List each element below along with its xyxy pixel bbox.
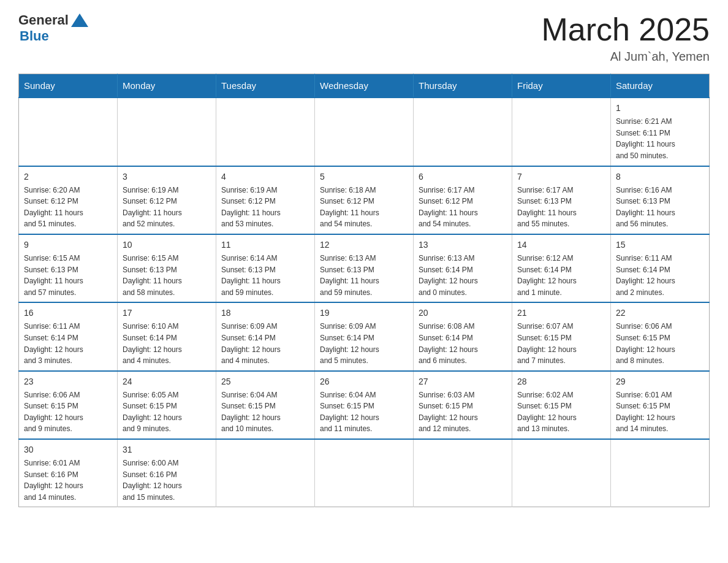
calendar-cell: 1Sunrise: 6:21 AM Sunset: 6:11 PM Daylig…	[611, 98, 710, 166]
logo-triangle-icon	[71, 13, 88, 27]
calendar-week-4: 16Sunrise: 6:11 AM Sunset: 6:14 PM Dayli…	[19, 302, 710, 370]
day-info: Sunrise: 6:19 AM Sunset: 6:12 PM Dayligh…	[221, 185, 309, 230]
day-info: Sunrise: 6:05 AM Sunset: 6:15 PM Dayligh…	[123, 389, 211, 435]
day-number: 17	[123, 307, 211, 320]
calendar-cell: 27Sunrise: 6:03 AM Sunset: 6:15 PM Dayli…	[414, 371, 512, 439]
day-number: 2	[24, 170, 112, 183]
calendar-cell: 4Sunrise: 6:19 AM Sunset: 6:12 PM Daylig…	[216, 166, 315, 234]
day-number: 10	[123, 239, 211, 251]
day-info: Sunrise: 6:06 AM Sunset: 6:15 PM Dayligh…	[24, 389, 112, 435]
logo: General Blue	[18, 12, 88, 44]
calendar-cell	[315, 98, 414, 166]
day-info: Sunrise: 6:14 AM Sunset: 6:13 PM Dayligh…	[221, 253, 309, 298]
day-info: Sunrise: 6:21 AM Sunset: 6:11 PM Dayligh…	[616, 116, 704, 161]
calendar-cell	[414, 98, 512, 166]
calendar-cell: 15Sunrise: 6:11 AM Sunset: 6:14 PM Dayli…	[611, 234, 710, 302]
day-info: Sunrise: 6:11 AM Sunset: 6:14 PM Dayligh…	[616, 253, 704, 298]
calendar-cell: 22Sunrise: 6:06 AM Sunset: 6:15 PM Dayli…	[611, 302, 710, 370]
calendar-cell	[512, 98, 611, 166]
calendar-cell	[512, 439, 611, 507]
calendar-cell: 12Sunrise: 6:13 AM Sunset: 6:13 PM Dayli…	[315, 234, 414, 302]
title-section: March 2025 Al Jum`ah, Yemen	[541, 12, 710, 64]
day-number: 6	[419, 170, 507, 183]
calendar-cell: 24Sunrise: 6:05 AM Sunset: 6:15 PM Dayli…	[118, 371, 216, 439]
calendar-cell: 23Sunrise: 6:06 AM Sunset: 6:15 PM Dayli…	[19, 371, 118, 439]
day-info: Sunrise: 6:19 AM Sunset: 6:12 PM Dayligh…	[123, 185, 211, 230]
day-info: Sunrise: 6:04 AM Sunset: 6:15 PM Dayligh…	[320, 389, 408, 435]
day-number: 20	[419, 307, 507, 320]
day-number: 15	[616, 239, 704, 251]
logo-general-text: General	[18, 12, 69, 28]
day-info: Sunrise: 6:09 AM Sunset: 6:14 PM Dayligh…	[221, 321, 309, 366]
day-number: 5	[320, 170, 408, 183]
calendar-cell: 5Sunrise: 6:18 AM Sunset: 6:12 PM Daylig…	[315, 166, 414, 234]
day-info: Sunrise: 6:07 AM Sunset: 6:15 PM Dayligh…	[517, 321, 605, 366]
day-number: 14	[517, 239, 605, 251]
calendar-cell	[118, 98, 216, 166]
day-number: 25	[221, 375, 309, 388]
calendar-week-2: 2Sunrise: 6:20 AM Sunset: 6:12 PM Daylig…	[19, 166, 710, 234]
day-number: 29	[616, 375, 704, 388]
day-number: 12	[320, 239, 408, 251]
calendar-cell: 26Sunrise: 6:04 AM Sunset: 6:15 PM Dayli…	[315, 371, 414, 439]
day-info: Sunrise: 6:08 AM Sunset: 6:14 PM Dayligh…	[419, 321, 507, 366]
day-number: 1	[616, 102, 704, 115]
page-header: General Blue March 2025 Al Jum`ah, Yemen	[18, 12, 710, 64]
calendar-cell: 25Sunrise: 6:04 AM Sunset: 6:15 PM Dayli…	[216, 371, 315, 439]
calendar-cell	[19, 98, 118, 166]
calendar-cell: 17Sunrise: 6:10 AM Sunset: 6:14 PM Dayli…	[118, 302, 216, 370]
day-header-thursday: Thursday	[414, 74, 512, 98]
day-header-saturday: Saturday	[611, 74, 710, 98]
calendar-cell: 10Sunrise: 6:15 AM Sunset: 6:13 PM Dayli…	[118, 234, 216, 302]
calendar-cell: 16Sunrise: 6:11 AM Sunset: 6:14 PM Dayli…	[19, 302, 118, 370]
calendar-cell: 18Sunrise: 6:09 AM Sunset: 6:14 PM Dayli…	[216, 302, 315, 370]
calendar-title: March 2025	[541, 12, 710, 47]
day-number: 11	[221, 239, 309, 251]
day-number: 3	[123, 170, 211, 183]
calendar-cell: 9Sunrise: 6:15 AM Sunset: 6:13 PM Daylig…	[19, 234, 118, 302]
day-number: 4	[221, 170, 309, 183]
day-header-tuesday: Tuesday	[216, 74, 315, 98]
day-info: Sunrise: 6:00 AM Sunset: 6:16 PM Dayligh…	[123, 458, 211, 503]
day-header-sunday: Sunday	[19, 74, 118, 98]
day-number: 19	[320, 307, 408, 320]
calendar-week-6: 30Sunrise: 6:01 AM Sunset: 6:16 PM Dayli…	[19, 439, 710, 507]
day-number: 26	[320, 375, 408, 388]
day-header-wednesday: Wednesday	[315, 74, 414, 98]
calendar-cell: 21Sunrise: 6:07 AM Sunset: 6:15 PM Dayli…	[512, 302, 611, 370]
calendar-subtitle: Al Jum`ah, Yemen	[541, 50, 710, 64]
day-number: 16	[24, 307, 112, 320]
day-number: 24	[123, 375, 211, 388]
calendar-cell: 8Sunrise: 6:16 AM Sunset: 6:13 PM Daylig…	[611, 166, 710, 234]
day-number: 18	[221, 307, 309, 320]
day-info: Sunrise: 6:15 AM Sunset: 6:13 PM Dayligh…	[123, 253, 211, 298]
day-info: Sunrise: 6:17 AM Sunset: 6:12 PM Dayligh…	[419, 185, 507, 230]
day-info: Sunrise: 6:10 AM Sunset: 6:14 PM Dayligh…	[123, 321, 211, 366]
day-info: Sunrise: 6:13 AM Sunset: 6:14 PM Dayligh…	[419, 253, 507, 298]
day-number: 27	[419, 375, 507, 388]
day-info: Sunrise: 6:13 AM Sunset: 6:13 PM Dayligh…	[320, 253, 408, 298]
day-header-friday: Friday	[512, 74, 611, 98]
calendar-cell: 28Sunrise: 6:02 AM Sunset: 6:15 PM Dayli…	[512, 371, 611, 439]
day-info: Sunrise: 6:01 AM Sunset: 6:16 PM Dayligh…	[24, 458, 112, 503]
calendar-table: SundayMondayTuesdayWednesdayThursdayFrid…	[18, 74, 710, 507]
day-info: Sunrise: 6:11 AM Sunset: 6:14 PM Dayligh…	[24, 321, 112, 366]
day-info: Sunrise: 6:16 AM Sunset: 6:13 PM Dayligh…	[616, 185, 704, 230]
calendar-cell: 14Sunrise: 6:12 AM Sunset: 6:14 PM Dayli…	[512, 234, 611, 302]
calendar-cell: 20Sunrise: 6:08 AM Sunset: 6:14 PM Dayli…	[414, 302, 512, 370]
day-number: 23	[24, 375, 112, 388]
day-info: Sunrise: 6:18 AM Sunset: 6:12 PM Dayligh…	[320, 185, 408, 230]
day-number: 8	[616, 170, 704, 183]
day-number: 21	[517, 307, 605, 320]
calendar-week-1: 1Sunrise: 6:21 AM Sunset: 6:11 PM Daylig…	[19, 98, 710, 166]
calendar-cell: 13Sunrise: 6:13 AM Sunset: 6:14 PM Dayli…	[414, 234, 512, 302]
calendar-week-3: 9Sunrise: 6:15 AM Sunset: 6:13 PM Daylig…	[19, 234, 710, 302]
calendar-cell	[216, 98, 315, 166]
day-info: Sunrise: 6:20 AM Sunset: 6:12 PM Dayligh…	[24, 185, 112, 230]
day-info: Sunrise: 6:01 AM Sunset: 6:15 PM Dayligh…	[616, 389, 704, 435]
calendar-cell: 7Sunrise: 6:17 AM Sunset: 6:13 PM Daylig…	[512, 166, 611, 234]
day-number: 9	[24, 239, 112, 251]
calendar-cell: 2Sunrise: 6:20 AM Sunset: 6:12 PM Daylig…	[19, 166, 118, 234]
day-info: Sunrise: 6:04 AM Sunset: 6:15 PM Dayligh…	[221, 389, 309, 435]
day-info: Sunrise: 6:15 AM Sunset: 6:13 PM Dayligh…	[24, 253, 112, 298]
